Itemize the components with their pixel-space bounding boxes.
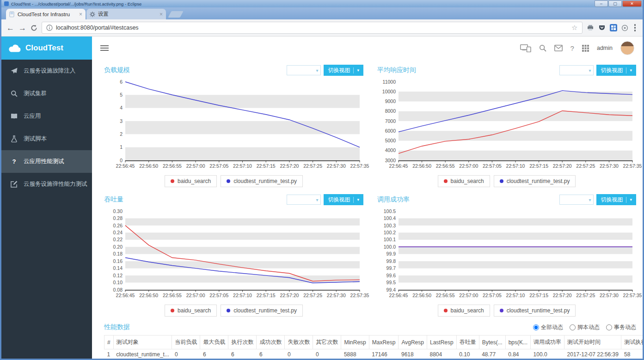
refresh-icon[interactable] [31, 24, 37, 31]
table-cell: 0.84 [505, 349, 530, 359]
column-header[interactable]: 测试对象 [113, 336, 172, 349]
bookmark-star-icon[interactable]: ☆ [571, 24, 577, 32]
sidebar-item[interactable]: ?云应用性能测试 [1, 150, 92, 173]
chart-select[interactable]: ▾ [559, 65, 594, 75]
window-titlebar: CloudTest - .../cloudtest/portal/.../job… [1, 0, 643, 7]
url-text[interactable]: localhost:8080/portal/#testcases [56, 24, 139, 31]
svg-text:4000: 4000 [385, 147, 396, 153]
sidebar-item[interactable]: 测试集群 [1, 82, 92, 105]
sidebar-item[interactable]: 云应用 [1, 105, 92, 128]
sidebar-item[interactable]: 测试脚本 [1, 128, 92, 150]
apps-grid-icon[interactable] [582, 45, 589, 52]
svg-text:22:56:55: 22:56:55 [163, 293, 182, 298]
new-tab-button[interactable] [168, 11, 183, 18]
sidebar-item-label: 测试脚本 [24, 135, 47, 143]
column-header[interactable]: 失败次数 [285, 336, 313, 349]
svg-text:99.6: 99.6 [386, 273, 396, 278]
column-header[interactable]: 最大负载 [200, 336, 228, 349]
svg-text:22:56:45: 22:56:45 [116, 293, 135, 298]
radio-input[interactable] [570, 324, 576, 330]
column-header[interactable]: 成功次数 [257, 336, 285, 349]
radio-input[interactable] [533, 324, 539, 330]
filter-radio[interactable]: 脚本动态 [570, 323, 600, 331]
chart-select[interactable]: ▾ [559, 195, 594, 205]
svg-text:22:56:55: 22:56:55 [163, 163, 182, 169]
address-bar[interactable]: localhost:8080/portal/#testcases ☆ [42, 22, 583, 34]
column-header[interactable]: 吞吐量 [456, 336, 479, 349]
sidebar-item[interactable]: 云服务设施弹性能力测试 [1, 173, 92, 195]
legend-item[interactable]: cloudtest_runtime_test.py [221, 175, 303, 187]
column-header[interactable]: MaxResp [369, 336, 399, 349]
switch-view-button[interactable]: 切换视图▾ [596, 194, 636, 205]
hamburger-menu-icon[interactable] [100, 45, 109, 51]
help-icon[interactable]: ? [570, 44, 574, 52]
legend-item[interactable]: baidu_search [165, 175, 217, 187]
chart-panel: 调用成功率▾切换视图▾100.5100.4100.3100.2100.1100.… [377, 193, 636, 322]
legend-dot-icon [444, 309, 448, 312]
responsive-view-icon[interactable] [520, 44, 531, 52]
column-header[interactable]: 调用成功率 [531, 336, 564, 349]
column-header[interactable]: Bytes(... [479, 336, 505, 349]
username[interactable]: admin [597, 45, 613, 51]
radio-input[interactable] [606, 324, 612, 330]
extension-icon-1[interactable] [587, 24, 594, 31]
tab-close-icon[interactable]: × [159, 11, 163, 18]
legend-item[interactable]: baidu_search [165, 305, 217, 317]
back-icon[interactable]: ← [6, 24, 14, 32]
chart-select[interactable]: ▾ [287, 195, 321, 205]
chevron-down-icon: ▾ [630, 197, 632, 202]
table-cell: 9618 [399, 349, 427, 359]
column-header[interactable]: LastResp [427, 336, 456, 349]
chart-select[interactable]: ▾ [287, 65, 321, 75]
switch-view-button[interactable]: 切换视图▾ [596, 65, 636, 76]
browser-menu-icon[interactable] [632, 24, 638, 31]
chevron-down-icon: ▾ [630, 68, 632, 73]
forward-icon[interactable]: → [18, 24, 26, 32]
column-header[interactable]: 测试开始时间 [564, 336, 621, 349]
info-icon[interactable] [46, 24, 53, 31]
svg-text:0.12: 0.12 [113, 273, 123, 278]
table-row[interactable]: 1cloudtest_runtime_t...06660058881714696… [104, 349, 643, 359]
extension-icon-3[interactable] [610, 24, 617, 31]
filter-radio[interactable]: 事务动态 [606, 323, 636, 331]
svg-text:22:56:55: 22:56:55 [436, 163, 455, 169]
column-header[interactable]: MinResp [341, 336, 369, 349]
close-button[interactable]: ✕ [622, 0, 642, 7]
sidebar-item[interactable]: 云服务设施故障注入 [1, 60, 92, 82]
mail-icon[interactable] [554, 45, 563, 51]
tab-close-icon[interactable]: × [79, 11, 82, 18]
extension-icon-4[interactable] [621, 24, 628, 31]
legend-item[interactable]: cloudtest_runtime_test.py [221, 305, 303, 317]
legend-item[interactable]: cloudtest_runtime_test.py [494, 305, 576, 317]
browser-tab-settings[interactable]: 设置 × [86, 9, 166, 19]
chart-title: 负载规模 [104, 66, 130, 74]
brand[interactable]: CloudTest [1, 37, 92, 60]
legend-item[interactable]: baidu_search [438, 305, 490, 317]
filter-radio[interactable]: 全部动态 [533, 323, 563, 331]
legend-label: cloudtest_runtime_test.py [507, 307, 570, 314]
switch-view-button[interactable]: 切换视图▾ [324, 65, 363, 76]
browser-tab-cloudtest[interactable]: CloudTest for Infrastru × [6, 9, 86, 19]
column-header[interactable]: 当前负载 [172, 336, 200, 349]
legend-item[interactable]: baidu_search [438, 175, 490, 187]
column-header[interactable]: 执行次数 [228, 336, 257, 349]
svg-text:22:57:35: 22:57:35 [623, 293, 642, 298]
minimize-button[interactable]: – [595, 0, 608, 7]
column-header[interactable]: AvgResp [399, 336, 427, 349]
column-header[interactable]: 其它次数 [313, 336, 341, 349]
search-icon[interactable] [539, 44, 546, 52]
switch-view-button[interactable]: 切换视图▾ [324, 194, 363, 205]
column-header[interactable]: 测试执行... [621, 336, 643, 349]
edit-icon [11, 181, 18, 188]
svg-text:22:56:50: 22:56:50 [139, 293, 158, 298]
legend-label: baidu_search [451, 307, 484, 314]
avatar[interactable] [620, 41, 634, 55]
column-header[interactable]: # [104, 336, 114, 349]
svg-text:99.5: 99.5 [386, 280, 396, 285]
svg-text:22:57:35: 22:57:35 [350, 163, 369, 169]
maximize-button[interactable]: ▢ [608, 0, 622, 7]
svg-text:22:56:50: 22:56:50 [139, 163, 158, 169]
extension-icon-2[interactable] [598, 24, 606, 31]
column-header[interactable]: bps(K... [505, 336, 530, 349]
legend-item[interactable]: cloudtest_runtime_test.py [494, 175, 576, 187]
